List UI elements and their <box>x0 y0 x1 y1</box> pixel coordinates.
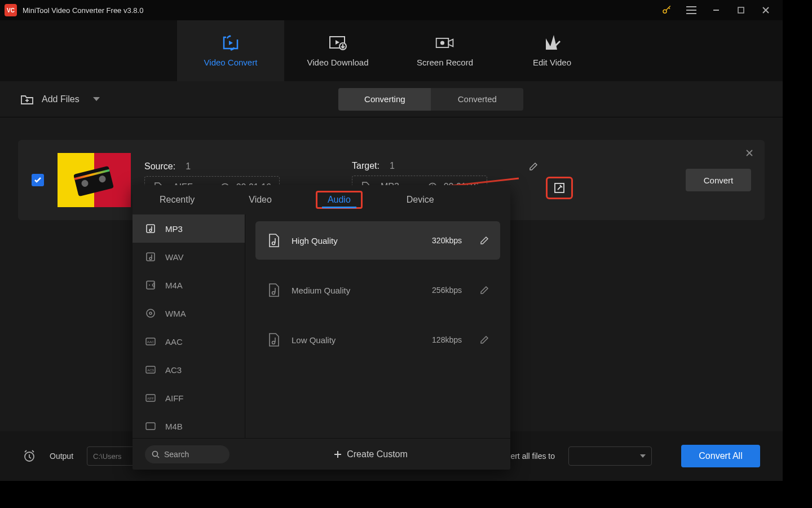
svg-point-35 <box>147 309 155 317</box>
chevron-down-icon <box>93 97 100 102</box>
edit-preset-icon[interactable] <box>480 335 489 344</box>
format-item-wma[interactable]: WMA <box>133 299 245 327</box>
add-files-label: Add Files <box>42 94 80 104</box>
preset-bitrate: 128kbps <box>432 335 462 344</box>
format-list[interactable]: MP3 WAV M4A WMA AAC AAC <box>133 214 245 438</box>
format-label: AIFF <box>165 393 184 403</box>
tab-label: Video Download <box>307 58 369 67</box>
format-item-wav[interactable]: WAV <box>133 243 245 271</box>
svg-text:AIFF: AIFF <box>147 397 155 400</box>
thumbnail <box>58 153 131 207</box>
format-label: M4B <box>165 422 183 431</box>
target-count: 1 <box>390 161 395 171</box>
svg-marker-52 <box>640 454 646 458</box>
top-nav: Video Convert Video Download Screen Reco… <box>0 20 783 81</box>
svg-rect-5 <box>738 7 744 13</box>
svg-point-47 <box>153 451 158 456</box>
output-path-value: C:\Users <box>93 452 122 461</box>
popup-tab-video[interactable]: Video <box>239 192 282 207</box>
popup-footer: Search Create Custom <box>133 438 510 470</box>
file-badge-icon: AC3 <box>145 364 156 375</box>
record-icon <box>435 35 455 51</box>
download-icon <box>328 35 348 51</box>
svg-marker-13 <box>448 39 453 46</box>
format-item-aiff[interactable]: AIFF AIFF <box>133 384 245 412</box>
tab-video-download[interactable]: Video Download <box>284 20 391 81</box>
format-item-ac3[interactable]: AC3 AC3 <box>133 356 245 384</box>
svg-point-46 <box>272 341 275 344</box>
format-item-m4b[interactable]: M4B <box>133 412 245 438</box>
app-title: MiniTool Video Converter Free v3.8.0 <box>23 6 143 15</box>
music-note-icon <box>145 223 156 234</box>
popup-tab-recently[interactable]: Recently <box>149 192 205 207</box>
global-format-dropdown[interactable] <box>568 446 652 466</box>
search-input[interactable]: Search <box>145 445 230 463</box>
tab-screen-record[interactable]: Screen Record <box>391 20 498 81</box>
create-custom-label: Create Custom <box>347 449 408 459</box>
tab-video-convert[interactable]: Video Convert <box>177 20 284 81</box>
add-files-button[interactable]: Add Files <box>20 94 100 105</box>
edit-icon <box>542 35 562 51</box>
menu-icon[interactable] <box>679 0 704 20</box>
search-icon <box>152 450 160 458</box>
popup-tabs: Recently Video Audio Device <box>133 185 510 214</box>
target-label: Target: <box>352 161 379 171</box>
file-badge-icon: AAC <box>145 336 156 347</box>
target-settings-button[interactable] <box>546 177 573 199</box>
svg-marker-18 <box>93 97 100 101</box>
svg-point-36 <box>149 312 152 314</box>
plus-icon <box>333 450 342 459</box>
music-note-icon <box>145 251 156 262</box>
format-label: WAV <box>165 252 184 262</box>
edit-preset-icon[interactable] <box>480 236 489 245</box>
sub-bar: Add Files Converting Converted <box>0 81 783 117</box>
audio-icon <box>145 279 156 291</box>
pencil-icon[interactable] <box>529 162 538 171</box>
svg-point-33 <box>149 257 152 260</box>
tab-converting[interactable]: Converting <box>338 88 431 111</box>
format-label: AAC <box>165 337 183 347</box>
app-logo: VC <box>5 4 17 16</box>
tab-edit-video[interactable]: Edit Video <box>498 20 606 81</box>
svg-rect-34 <box>147 281 155 289</box>
preset-medium-quality[interactable]: Medium Quality 256kbps <box>255 271 500 309</box>
svg-point-44 <box>272 242 275 245</box>
create-custom-button[interactable]: Create Custom <box>333 449 408 459</box>
preset-label: Low Quality <box>292 335 422 345</box>
svg-line-48 <box>157 456 159 458</box>
tab-converted[interactable]: Converted <box>431 88 523 111</box>
convert-icon <box>220 35 241 51</box>
status-segment: Converting Converted <box>338 88 523 111</box>
output-label: Output <box>50 452 73 461</box>
preset-low-quality[interactable]: Low Quality 128kbps <box>255 321 500 359</box>
edit-preset-icon[interactable] <box>480 286 489 295</box>
license-key-icon[interactable] <box>654 0 679 20</box>
svg-point-14 <box>441 41 444 44</box>
format-item-aac[interactable]: AAC AAC <box>133 327 245 356</box>
popup-tab-device[interactable]: Device <box>396 192 444 207</box>
format-item-m4a[interactable]: M4A <box>133 271 245 299</box>
close-button[interactable] <box>753 0 778 20</box>
preset-high-quality[interactable]: High Quality 320kbps <box>255 221 500 260</box>
format-label: WMA <box>165 309 186 318</box>
chevron-down-icon <box>640 454 646 458</box>
minimize-button[interactable] <box>704 0 729 20</box>
tab-label: Edit Video <box>533 58 571 67</box>
popup-tab-audio[interactable]: Audio <box>316 191 363 209</box>
alarm-icon[interactable] <box>23 449 36 463</box>
titlebar: VC MiniTool Video Converter Free v3.8.0 <box>0 0 783 20</box>
row-checkbox[interactable] <box>32 174 44 186</box>
audio-file-icon <box>267 283 281 297</box>
convert-all-button[interactable]: Convert All <box>681 445 760 467</box>
convert-button[interactable]: Convert <box>686 169 751 191</box>
remove-file-button[interactable] <box>745 149 753 157</box>
format-item-mp3[interactable]: MP3 <box>133 214 245 243</box>
audio-file-icon <box>267 332 281 347</box>
search-placeholder: Search <box>164 450 189 459</box>
file-badge-icon: AIFF <box>145 392 156 404</box>
preset-list: High Quality 320kbps Medium Quality 256k… <box>245 214 510 438</box>
svg-text:AC3: AC3 <box>147 369 154 372</box>
svg-text:AAC: AAC <box>147 340 155 344</box>
maximize-button[interactable] <box>729 0 753 20</box>
disc-icon <box>145 308 156 319</box>
